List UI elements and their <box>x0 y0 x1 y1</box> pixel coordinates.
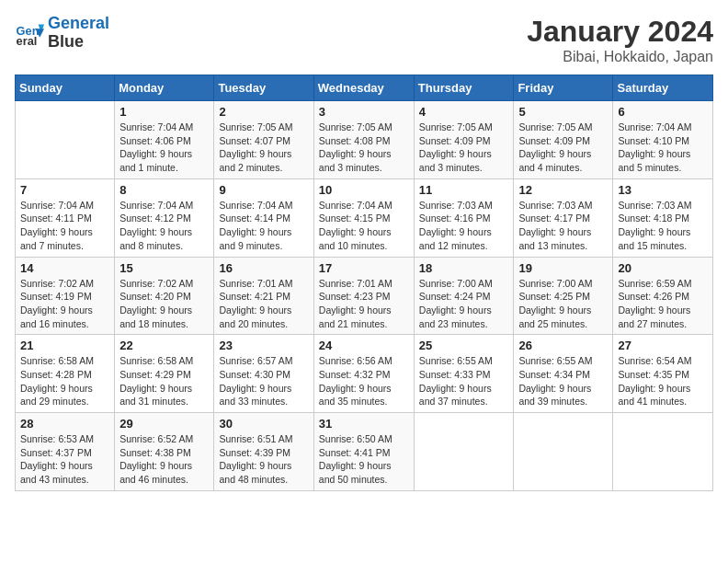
day-info: Sunrise: 7:04 AMSunset: 4:06 PMDaylight:… <box>119 121 209 175</box>
day-number: 15 <box>119 261 209 275</box>
day-cell: 1Sunrise: 7:04 AMSunset: 4:06 PMDaylight… <box>115 101 214 179</box>
day-number: 2 <box>219 105 308 119</box>
day-info: Sunrise: 6:53 AMSunset: 4:37 PMDaylight:… <box>20 432 109 487</box>
day-number: 13 <box>618 183 708 197</box>
day-cell: 9Sunrise: 7:04 AMSunset: 4:14 PMDaylight… <box>214 178 313 257</box>
day-cell: 30Sunrise: 6:51 AMSunset: 4:39 PMDayligh… <box>214 413 313 491</box>
day-cell: 17Sunrise: 7:01 AMSunset: 4:23 PMDayligh… <box>313 257 414 335</box>
day-cell: 26Sunrise: 6:55 AMSunset: 4:34 PMDayligh… <box>514 335 613 413</box>
day-info: Sunrise: 6:55 AMSunset: 4:33 PMDaylight:… <box>419 354 509 408</box>
day-number: 12 <box>518 183 608 197</box>
day-number: 20 <box>618 261 708 275</box>
day-cell: 5Sunrise: 7:05 AMSunset: 4:09 PMDaylight… <box>514 101 613 179</box>
day-cell: 19Sunrise: 7:00 AMSunset: 4:25 PMDayligh… <box>514 257 613 335</box>
day-number: 10 <box>319 183 409 197</box>
empty-day-cell <box>16 101 115 179</box>
day-cell: 6Sunrise: 7:04 AMSunset: 4:10 PMDaylight… <box>613 101 713 179</box>
day-info: Sunrise: 7:02 AMSunset: 4:19 PMDaylight:… <box>20 277 109 331</box>
day-info: Sunrise: 6:52 AMSunset: 4:38 PMDaylight:… <box>119 432 209 487</box>
svg-text:eral: eral <box>17 34 38 48</box>
day-cell: 10Sunrise: 7:04 AMSunset: 4:15 PMDayligh… <box>313 178 414 257</box>
weekday-header-monday: Monday <box>115 75 214 101</box>
title-area: January 2024 Bibai, Hokkaido, Japan <box>527 15 713 65</box>
day-cell: 16Sunrise: 7:01 AMSunset: 4:21 PMDayligh… <box>214 257 313 335</box>
weekday-header-sunday: Sunday <box>16 75 115 101</box>
day-cell: 27Sunrise: 6:54 AMSunset: 4:35 PMDayligh… <box>613 335 713 413</box>
day-number: 21 <box>20 339 109 352</box>
day-cell: 11Sunrise: 7:03 AMSunset: 4:16 PMDayligh… <box>414 178 514 257</box>
day-cell: 28Sunrise: 6:53 AMSunset: 4:37 PMDayligh… <box>16 413 115 491</box>
day-cell: 24Sunrise: 6:56 AMSunset: 4:32 PMDayligh… <box>313 335 414 413</box>
day-info: Sunrise: 7:03 AMSunset: 4:16 PMDaylight:… <box>419 199 509 253</box>
day-number: 14 <box>20 261 109 275</box>
day-number: 18 <box>419 261 509 275</box>
day-number: 19 <box>518 261 608 275</box>
calendar-week-row: 28Sunrise: 6:53 AMSunset: 4:37 PMDayligh… <box>16 413 713 491</box>
day-info: Sunrise: 6:51 AMSunset: 4:39 PMDaylight:… <box>219 432 308 487</box>
day-info: Sunrise: 7:05 AMSunset: 4:09 PMDaylight:… <box>518 121 608 175</box>
day-cell: 29Sunrise: 6:52 AMSunset: 4:38 PMDayligh… <box>115 413 214 491</box>
day-info: Sunrise: 7:05 AMSunset: 4:08 PMDaylight:… <box>319 121 409 175</box>
day-cell: 21Sunrise: 6:58 AMSunset: 4:28 PMDayligh… <box>16 335 115 413</box>
day-info: Sunrise: 6:57 AMSunset: 4:30 PMDaylight:… <box>219 354 308 408</box>
day-number: 11 <box>419 183 509 197</box>
day-number: 1 <box>119 105 209 119</box>
day-info: Sunrise: 7:04 AMSunset: 4:12 PMDaylight:… <box>119 199 209 253</box>
day-info: Sunrise: 6:58 AMSunset: 4:29 PMDaylight:… <box>119 354 209 408</box>
weekday-header-tuesday: Tuesday <box>214 75 313 101</box>
weekday-header-saturday: Saturday <box>613 75 713 101</box>
month-year-title: January 2024 <box>527 15 713 49</box>
day-number: 31 <box>319 417 409 431</box>
day-cell: 15Sunrise: 7:02 AMSunset: 4:20 PMDayligh… <box>115 257 214 335</box>
day-number: 30 <box>219 417 308 431</box>
day-number: 17 <box>319 261 409 275</box>
day-number: 23 <box>219 339 308 352</box>
logo: Gen eral General Blue <box>15 15 109 52</box>
day-number: 4 <box>419 105 509 119</box>
day-cell: 12Sunrise: 7:03 AMSunset: 4:17 PMDayligh… <box>514 178 613 257</box>
day-number: 22 <box>119 339 209 352</box>
calendar-week-row: 14Sunrise: 7:02 AMSunset: 4:19 PMDayligh… <box>16 257 713 335</box>
day-info: Sunrise: 6:56 AMSunset: 4:32 PMDaylight:… <box>319 354 409 408</box>
day-cell: 14Sunrise: 7:02 AMSunset: 4:19 PMDayligh… <box>16 257 115 335</box>
empty-day-cell <box>514 413 613 491</box>
day-cell: 25Sunrise: 6:55 AMSunset: 4:33 PMDayligh… <box>414 335 514 413</box>
logo-icon: Gen eral <box>15 18 44 48</box>
day-cell: 8Sunrise: 7:04 AMSunset: 4:12 PMDaylight… <box>115 178 214 257</box>
day-info: Sunrise: 7:04 AMSunset: 4:15 PMDaylight:… <box>319 199 409 253</box>
day-cell: 23Sunrise: 6:57 AMSunset: 4:30 PMDayligh… <box>214 335 313 413</box>
day-info: Sunrise: 6:50 AMSunset: 4:41 PMDaylight:… <box>319 432 409 487</box>
day-number: 5 <box>518 105 608 119</box>
logo-text-line1: General <box>48 15 109 33</box>
location-subtitle: Bibai, Hokkaido, Japan <box>527 49 713 65</box>
weekday-header-row: SundayMondayTuesdayWednesdayThursdayFrid… <box>16 75 713 101</box>
day-cell: 13Sunrise: 7:03 AMSunset: 4:18 PMDayligh… <box>613 178 713 257</box>
day-info: Sunrise: 6:55 AMSunset: 4:34 PMDaylight:… <box>518 354 608 408</box>
empty-day-cell <box>414 413 514 491</box>
day-info: Sunrise: 7:04 AMSunset: 4:11 PMDaylight:… <box>20 199 109 253</box>
calendar-table: SundayMondayTuesdayWednesdayThursdayFrid… <box>15 75 713 491</box>
day-info: Sunrise: 7:04 AMSunset: 4:14 PMDaylight:… <box>219 199 308 253</box>
day-number: 7 <box>20 183 109 197</box>
calendar-week-row: 7Sunrise: 7:04 AMSunset: 4:11 PMDaylight… <box>16 178 713 257</box>
day-cell: 22Sunrise: 6:58 AMSunset: 4:29 PMDayligh… <box>115 335 214 413</box>
day-number: 3 <box>319 105 409 119</box>
day-number: 25 <box>419 339 509 352</box>
weekday-header-thursday: Thursday <box>414 75 514 101</box>
day-number: 6 <box>618 105 708 119</box>
day-cell: 7Sunrise: 7:04 AMSunset: 4:11 PMDaylight… <box>16 178 115 257</box>
day-number: 26 <box>518 339 608 352</box>
day-cell: 20Sunrise: 6:59 AMSunset: 4:26 PMDayligh… <box>613 257 713 335</box>
day-number: 27 <box>618 339 708 352</box>
day-cell: 4Sunrise: 7:05 AMSunset: 4:09 PMDaylight… <box>414 101 514 179</box>
day-info: Sunrise: 7:00 AMSunset: 4:25 PMDaylight:… <box>518 277 608 331</box>
day-cell: 2Sunrise: 7:05 AMSunset: 4:07 PMDaylight… <box>214 101 313 179</box>
weekday-header-friday: Friday <box>514 75 613 101</box>
day-info: Sunrise: 7:01 AMSunset: 4:21 PMDaylight:… <box>219 277 308 331</box>
day-info: Sunrise: 7:04 AMSunset: 4:10 PMDaylight:… <box>618 121 708 175</box>
day-info: Sunrise: 6:54 AMSunset: 4:35 PMDaylight:… <box>618 354 708 408</box>
day-number: 28 <box>20 417 109 431</box>
day-cell: 18Sunrise: 7:00 AMSunset: 4:24 PMDayligh… <box>414 257 514 335</box>
day-info: Sunrise: 7:05 AMSunset: 4:09 PMDaylight:… <box>419 121 509 175</box>
day-number: 8 <box>119 183 209 197</box>
